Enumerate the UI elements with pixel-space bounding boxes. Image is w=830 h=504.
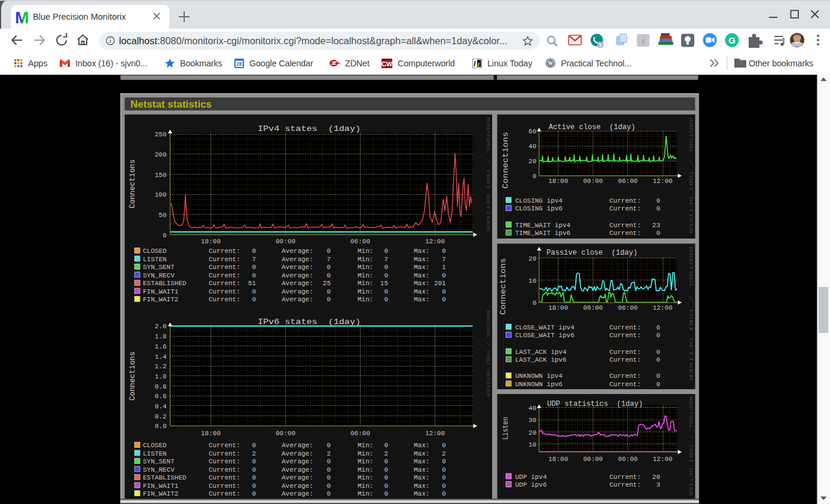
svg-text:LAST_ACK ipv6: LAST_ACK ipv6 (515, 356, 567, 364)
svg-text:0: 0 (384, 296, 388, 303)
svg-text:Average:: Average: (282, 296, 313, 303)
svg-text:Min:: Min: (358, 248, 373, 255)
svg-text:0: 0 (252, 288, 256, 295)
svg-text:00:00: 00:00 (583, 178, 603, 185)
svg-text:18:00: 18:00 (548, 304, 568, 311)
svg-text:localhost:8080/monitorix-cgi/m: localhost:8080/monitorix-cgi/monitorix.c… (119, 35, 507, 46)
svg-text:23: 23 (652, 222, 660, 229)
svg-text:10: 10 (529, 441, 536, 448)
svg-text:1.6: 1.6 (155, 343, 167, 350)
svg-text:Max:: Max: (414, 450, 429, 457)
svg-text:0: 0 (442, 272, 446, 279)
svg-text:IPv4 states (1day): IPv4 states (1day) (258, 124, 361, 133)
svg-text:0: 0 (326, 482, 331, 490)
svg-text:20: 20 (652, 474, 660, 481)
svg-text:12:00: 12:00 (425, 430, 445, 437)
svg-text:Average:: Average: (282, 474, 313, 481)
svg-text:G: G (728, 35, 736, 45)
svg-text:Min:: Min: (358, 442, 373, 449)
svg-text:0: 0 (442, 248, 446, 255)
svg-text:Average:: Average: (282, 248, 313, 255)
svg-text:UDP ipv4: UDP ipv4 (515, 474, 547, 481)
svg-text:0: 0 (384, 288, 388, 295)
svg-text:0: 0 (326, 264, 331, 271)
svg-text:06:00: 06:00 (618, 456, 637, 463)
svg-text:Average:: Average: (282, 450, 313, 457)
svg-text:Current:: Current: (209, 450, 240, 457)
svg-text:18:00: 18:00 (548, 456, 568, 463)
svg-text:3: 3 (656, 481, 660, 488)
svg-text:Current:: Current: (209, 490, 240, 497)
svg-text:Max:: Max: (414, 248, 429, 255)
svg-text:Max:: Max: (414, 272, 429, 279)
svg-text:CLOSED: CLOSED (143, 248, 167, 255)
svg-text:0.6: 0.6 (155, 393, 167, 400)
svg-text:Max:: Max: (414, 458, 429, 465)
svg-text:CLOSING ipv6: CLOSING ipv6 (515, 205, 563, 212)
svg-text:28: 28 (236, 61, 242, 67)
svg-text:TIME_WAIT ipv6: TIME_WAIT ipv6 (515, 230, 570, 237)
svg-text:Max:: Max: (414, 442, 429, 449)
svg-text:Max:: Max: (414, 280, 429, 287)
svg-text:15: 15 (380, 280, 388, 287)
svg-text:RRDTOOL / TOBI OETIKER: RRDTOOL / TOBI OETIKER (486, 310, 490, 398)
svg-text:Max:: Max: (414, 256, 429, 263)
svg-text:7: 7 (384, 256, 388, 263)
svg-text:RRDTOOL / TOBI OETIKE: RRDTOOL / TOBI OETIKE (688, 396, 693, 497)
svg-text:100: 100 (155, 191, 167, 198)
svg-text:06:00: 06:00 (618, 178, 637, 185)
svg-text:Current:: Current: (209, 474, 240, 481)
svg-text:Average:: Average: (282, 442, 313, 449)
svg-text:20: 20 (529, 255, 536, 262)
svg-text:0: 0 (252, 490, 256, 497)
svg-text:Current:: Current: (609, 381, 641, 388)
svg-text:0: 0 (656, 230, 660, 237)
svg-text:Average:: Average: (282, 288, 313, 295)
svg-text:0: 0 (656, 356, 660, 364)
svg-text:W: W (548, 60, 554, 66)
svg-text:2: 2 (384, 450, 388, 457)
svg-text:18:00: 18:00 (201, 238, 221, 245)
svg-text:Max:: Max: (414, 296, 429, 303)
svg-text:00:00: 00:00 (583, 304, 603, 311)
svg-text:UDP statistics (1day): UDP statistics (1day) (547, 399, 643, 408)
svg-text:0: 0 (384, 264, 388, 271)
svg-text:60: 60 (529, 128, 536, 135)
svg-text:150: 150 (155, 172, 167, 179)
svg-text:Max:: Max: (414, 264, 429, 271)
svg-text:Min:: Min: (358, 280, 373, 287)
svg-text:2.0: 2.0 (155, 323, 167, 330)
svg-text:0: 0 (442, 474, 446, 481)
svg-text:06:00: 06:00 (350, 238, 370, 245)
svg-text:FIN_WAIT1: FIN_WAIT1 (143, 288, 179, 295)
svg-text:Current:: Current: (609, 197, 641, 204)
svg-text:00:00: 00:00 (583, 456, 603, 463)
svg-text:12:00: 12:00 (425, 238, 445, 245)
svg-text:0: 0 (384, 482, 388, 490)
svg-text:Average:: Average: (282, 256, 313, 263)
svg-text:Connections: Connections (499, 258, 508, 315)
svg-text:ESTABLISHED: ESTABLISHED (143, 280, 187, 287)
svg-text:CLOSING ipv4: CLOSING ipv4 (515, 197, 563, 204)
svg-text:2: 2 (326, 450, 331, 457)
svg-text:6: 6 (656, 324, 660, 331)
svg-text:Current:: Current: (209, 280, 240, 287)
svg-text:SYN_RECV: SYN_RECV (143, 272, 175, 279)
svg-text:0: 0 (252, 264, 256, 271)
svg-text:Current:: Current: (209, 272, 240, 279)
svg-text:Connections: Connections (502, 132, 510, 189)
svg-text:Current:: Current: (209, 482, 240, 490)
svg-text:Min:: Min: (358, 272, 373, 279)
svg-text:0: 0 (252, 272, 256, 279)
svg-text:0: 0 (326, 466, 331, 474)
svg-text:FIN_WAIT1: FIN_WAIT1 (143, 482, 179, 490)
svg-text:Min:: Min: (358, 288, 373, 295)
svg-text:0.0: 0.0 (155, 423, 167, 430)
svg-text:0: 0 (656, 197, 660, 204)
svg-text:Average:: Average: (282, 458, 313, 465)
svg-text:Max:: Max: (414, 466, 429, 474)
svg-text:Current:: Current: (209, 248, 240, 255)
svg-text:Min:: Min: (358, 264, 373, 271)
svg-text:Min:: Min: (358, 474, 373, 481)
svg-text:0.2: 0.2 (155, 413, 167, 420)
